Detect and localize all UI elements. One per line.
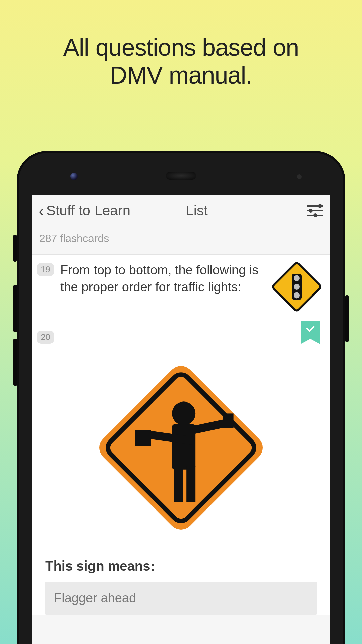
filters-icon[interactable] — [307, 204, 323, 217]
card-number-badge: 19 — [37, 263, 54, 276]
flashcard-count: 287 flashcards — [32, 226, 330, 255]
phone-frame: ‹ Stuff to Learn List 287 flashcards 19 … — [17, 151, 345, 644]
traffic-light-sign-icon — [270, 262, 323, 312]
answer-option[interactable]: Flagger ahead — [45, 582, 317, 615]
svg-rect-11 — [186, 466, 195, 502]
chevron-left-icon: ‹ — [39, 202, 44, 219]
phone-camera-icon — [70, 173, 78, 180]
svg-point-4 — [294, 284, 300, 290]
promo-headline: All questions based on DMV manual. — [0, 0, 362, 89]
card-prompt: This sign means: — [32, 558, 330, 582]
card-question: From top to bottom, the following is the… — [60, 262, 264, 296]
phone-speaker-icon — [166, 172, 196, 180]
phone-led-icon — [297, 174, 302, 179]
svg-rect-9 — [172, 424, 195, 470]
flashcard-item[interactable]: 19 From top to bottom, the following is … — [32, 255, 330, 321]
svg-rect-10 — [174, 466, 183, 502]
svg-point-5 — [294, 292, 300, 299]
svg-rect-13 — [135, 430, 151, 446]
promo-line2: DMV manual. — [110, 62, 252, 89]
flagger-sign-icon — [32, 344, 330, 558]
nav-bar: ‹ Stuff to Learn List — [32, 195, 330, 226]
svg-rect-15 — [223, 413, 233, 428]
app-screen: ‹ Stuff to Learn List 287 flashcards 19 … — [32, 195, 330, 644]
answer-text: Flagger ahead — [54, 591, 136, 605]
svg-point-3 — [294, 275, 300, 281]
card-number-badge: 20 — [37, 331, 54, 344]
svg-point-8 — [172, 401, 195, 425]
page-title: List — [87, 203, 307, 219]
flashcard-item[interactable]: 20 — [32, 321, 330, 615]
promo-line1: All questions based on — [63, 34, 299, 61]
